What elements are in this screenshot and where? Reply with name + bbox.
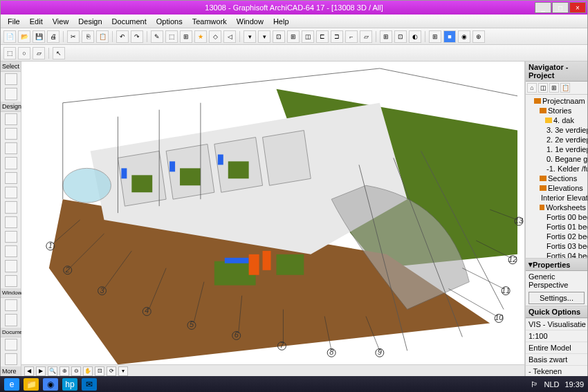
menu-options[interactable]: Options (152, 16, 187, 27)
curtain-tool-icon[interactable] (5, 299, 17, 311)
navigator-header[interactable]: Navigator - Project (526, 62, 587, 82)
tool-icon[interactable]: ◇ (209, 30, 221, 43)
hp-icon[interactable]: hp (62, 378, 77, 391)
tree-story-item[interactable]: 1. 1e verdiep (527, 144, 586, 154)
menu-file[interactable]: File (3, 16, 24, 27)
tool-icon[interactable]: ◁ (223, 30, 236, 43)
tool-icon[interactable]: ◐ (409, 30, 421, 43)
quickopt-item[interactable]: - Tekenen (526, 365, 587, 377)
tree-story-item[interactable]: 2. 2e verdiep (527, 135, 586, 144)
tree-interior[interactable]: Interior Elevation (527, 193, 586, 203)
tool-icon[interactable]: ⬚ (165, 30, 178, 43)
tray-time[interactable]: 19:39 (564, 380, 584, 389)
tree-story-item[interactable]: -1. Kelder /fu (527, 164, 586, 174)
roof-tool-icon[interactable] (5, 216, 17, 228)
ie-icon[interactable]: e (4, 378, 19, 391)
menu-document[interactable]: Document (108, 16, 151, 27)
nav-mode-icon[interactable]: ⊞ (549, 83, 559, 93)
marquee-tool-icon[interactable] (5, 88, 17, 100)
quickopt-item[interactable]: Basis zwart (526, 353, 587, 365)
settings-button[interactable]: Settings... (529, 292, 585, 304)
arrow-icon[interactable]: ↖ (53, 47, 65, 59)
tree-ws-item[interactable]: Fortis 00 beg (527, 212, 586, 222)
column-tool-icon[interactable] (5, 157, 17, 169)
tree-stories[interactable]: Stories (527, 106, 586, 115)
tool-icon[interactable]: ✎ (151, 30, 163, 43)
view-icon[interactable]: ▾ (118, 366, 128, 376)
window-tool-icon[interactable] (5, 142, 17, 154)
tray-flag-icon[interactable]: 🏳 (531, 380, 538, 389)
new-icon[interactable]: 📄 (3, 30, 16, 43)
minimize-button[interactable]: _ (535, 2, 551, 13)
quickoptions-header[interactable]: Quick Options (526, 306, 587, 318)
tree-sections[interactable]: Sections (527, 174, 586, 183)
tool-icon[interactable]: ◫ (302, 30, 314, 43)
tool-icon[interactable]: ⊏ (316, 30, 329, 43)
close-button[interactable]: × (569, 2, 586, 13)
dim-tool-icon[interactable] (5, 339, 17, 351)
tree-story-item[interactable]: 4. dak (527, 115, 586, 125)
3d-viewport[interactable]: 1 2 3 4 5 6 7 8 9 10 11 12 13 ◀ ▶ (21, 62, 525, 377)
wall-tool-icon[interactable] (5, 113, 17, 125)
tool-icon[interactable]: ⊕ (472, 30, 485, 43)
beam-tool-icon[interactable] (5, 172, 17, 184)
explorer-icon[interactable]: 📁 (24, 378, 39, 391)
zoom-icon[interactable]: ⊖ (71, 366, 81, 376)
tool-icon[interactable]: ⊞ (287, 30, 300, 43)
tool-icon[interactable]: ⊐ (331, 30, 343, 43)
nav-icon[interactable]: ▶ (36, 366, 46, 376)
tool-icon[interactable]: ⊡ (273, 30, 285, 43)
cut-icon[interactable]: ✂ (67, 30, 80, 43)
menu-design[interactable]: Design (74, 16, 106, 27)
shell-tool-icon[interactable] (5, 231, 17, 243)
tool-icon[interactable]: ■ (443, 30, 456, 43)
fit-icon[interactable]: ⊡ (95, 366, 104, 376)
tray-lang[interactable]: NLD (544, 380, 559, 389)
slab-tool-icon[interactable] (5, 187, 17, 198)
tool-icon[interactable]: ⊞ (180, 30, 192, 43)
tree-worksheets[interactable]: Worksheets (527, 203, 586, 212)
undo-icon[interactable]: ↶ (116, 30, 129, 43)
menu-view[interactable]: View (48, 16, 73, 27)
project-tree[interactable]: Projectnaam Stories 4. dak 3. 3e verdiep… (526, 95, 587, 258)
menu-edit[interactable]: Edit (26, 16, 47, 27)
zoom-icon[interactable]: 🔍 (48, 366, 57, 376)
morph-tool-icon[interactable] (5, 275, 17, 287)
tree-story-item[interactable]: 3. 3e verdiep (527, 125, 586, 135)
poly-icon[interactable]: ▱ (33, 47, 45, 59)
tree-root[interactable]: Projectnaam (527, 96, 586, 106)
tree-ws-item[interactable]: Fortis 02 beg (527, 232, 586, 241)
quickopt-item[interactable]: VIS - Visualisatie (526, 318, 587, 330)
nav-icon[interactable]: ◀ (24, 366, 34, 376)
tree-ws-item[interactable]: Fortis 03 beg (527, 241, 586, 251)
windows-taskbar[interactable]: e 📁 ◉ hp ✉ 🏳 NLD 19:39 (0, 376, 588, 392)
arrow-tool-icon[interactable] (5, 73, 17, 85)
system-tray[interactable]: 🏳 NLD 19:39 (531, 380, 584, 389)
nav-mode-icon[interactable]: 📋 (560, 83, 570, 93)
lasso-icon[interactable]: ○ (18, 47, 30, 59)
redo-icon[interactable]: ↷ (131, 30, 143, 43)
nav-mode-icon[interactable]: ◫ (538, 83, 548, 93)
chrome-icon[interactable]: ◉ (43, 378, 58, 391)
zone-tool-icon[interactable] (5, 260, 17, 272)
door-tool-icon[interactable] (5, 128, 17, 140)
outlook-icon[interactable]: ✉ (82, 378, 97, 391)
tree-ws-item[interactable]: Fortis 01 beg (527, 222, 586, 232)
tool-icon[interactable]: ◉ (458, 30, 470, 43)
save-icon[interactable]: 💾 (33, 30, 45, 43)
menu-teamwork[interactable]: Teamwork (188, 16, 231, 27)
stair-tool-icon[interactable] (5, 201, 17, 213)
maximize-button[interactable]: □ (552, 2, 569, 13)
quickopt-item[interactable]: 1:100 (526, 330, 587, 342)
tool-icon[interactable]: ⊞ (380, 30, 392, 43)
menu-help[interactable]: Help (269, 16, 293, 27)
menu-window[interactable]: Window (232, 16, 268, 27)
mesh-tool-icon[interactable] (5, 245, 17, 257)
tree-ws-item[interactable]: Fortis 04 beg (527, 251, 586, 258)
tool-icon[interactable]: ▾ (244, 30, 256, 43)
tool-icon[interactable]: ⌐ (345, 30, 358, 43)
print-icon[interactable]: 🖨 (47, 30, 59, 43)
orbit-icon[interactable]: ⟳ (107, 366, 116, 376)
paste-icon[interactable]: 📋 (96, 30, 109, 43)
marquee-icon[interactable]: ⬚ (3, 47, 16, 59)
